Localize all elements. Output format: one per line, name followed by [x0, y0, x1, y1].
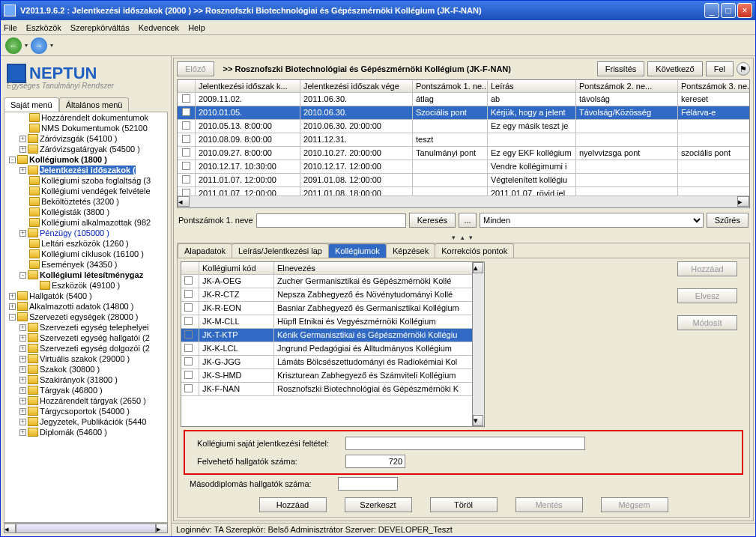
grid-h-scrollbar[interactable]: ◂▸: [178, 195, 749, 207]
chevron-down-icon[interactable]: ▾: [25, 42, 28, 49]
tree-item[interactable]: Kollégiumi alkalmazottak (982: [4, 217, 167, 228]
tree-item[interactable]: Beköltöztetés (3200 ): [4, 196, 167, 207]
chevron-down-icon[interactable]: ▾: [50, 42, 53, 49]
delete-button[interactable]: Töröl: [430, 497, 498, 512]
tree-item[interactable]: +Jegyzetek, Publikációk (5440: [4, 416, 167, 427]
grid-header[interactable]: [178, 80, 196, 93]
close-button[interactable]: ×: [737, 3, 752, 18]
tree-item[interactable]: NMS Dokumentumok (52100: [4, 123, 167, 133]
subgrid-row[interactable]: JK-G-JGGLámáts Bölcsészettudományi és Ra…: [181, 356, 472, 369]
detail-tab[interactable]: Korrekciós pontok: [435, 243, 514, 258]
grid-row[interactable]: 2010.05.13. 8:00:002010.06.30. 20:00:00E…: [178, 120, 749, 133]
tree-item[interactable]: -Kollégiumi létesítménygaz: [4, 270, 167, 280]
menu-help[interactable]: Help: [188, 23, 205, 32]
collapse-handle[interactable]: ▾ ▴ ▾: [174, 232, 753, 243]
search-button[interactable]: Keresés: [409, 213, 456, 228]
cancel-button[interactable]: Mégsem: [601, 497, 668, 512]
tree-item[interactable]: Kollégiumi ciklusok (16100 ): [4, 249, 167, 259]
detail-tab[interactable]: Kollégiumok: [328, 243, 387, 258]
field-secondary-input[interactable]: [338, 477, 398, 491]
refresh-button[interactable]: Frissítés: [597, 61, 645, 76]
subgrid-row[interactable]: JK-K-LCLJngrund Pedagógiai és Álltudmány…: [181, 342, 472, 356]
grid-row[interactable]: 2010.08.09. 8:00:002011.12.31.teszt: [178, 133, 749, 147]
tab-own-menu[interactable]: Saját menü: [4, 97, 59, 112]
detail-tab[interactable]: Leírás/Jelentkezési lap: [232, 243, 329, 258]
grid-header[interactable]: Jelentkezési időszak vége: [300, 80, 413, 93]
nav-back-icon[interactable]: ←: [5, 37, 22, 54]
detail-tab[interactable]: Alapadatok: [178, 243, 232, 258]
assign-remove-button[interactable]: Elvesz: [677, 288, 737, 303]
tree-item[interactable]: Kollégisták (3800 ): [4, 207, 167, 217]
tree-h-scrollbar[interactable]: ◂▸: [4, 523, 168, 533]
grid-row[interactable]: 2011.01.07. 12:00:002011.01.08. 18:00:00…: [178, 187, 749, 195]
subgrid-row[interactable]: JK-R-CTZNepsza Zabhegyező és Növénytudom…: [181, 288, 472, 302]
prev-button[interactable]: Előző: [177, 61, 214, 76]
add-button[interactable]: Hozzáad: [259, 497, 327, 512]
grid-row[interactable]: 2010.09.27. 8:00:002010.10.27. 20:00:00T…: [178, 147, 749, 160]
main-grid[interactable]: Jelentkezési időszak k...Jelentkezési id…: [177, 79, 750, 208]
dorm-grid[interactable]: Kollégiumi kódElnevezésJK-A-OEGZucher Ge…: [181, 261, 473, 427]
tree-item[interactable]: +Záróvizsgák (54100 ): [4, 133, 167, 144]
tree-item[interactable]: Leltári eszközök (1260 ): [4, 238, 167, 249]
subgrid-header[interactable]: Kollégiumi kód: [199, 262, 274, 275]
tree-item[interactable]: -Szervezeti egységek (28000 ): [4, 312, 167, 322]
menu-tools[interactable]: Eszközök: [26, 23, 61, 32]
grid-header[interactable]: Pontszámok 3. ne...: [678, 80, 750, 93]
tree-item[interactable]: +Tárgycsoportok (54000 ): [4, 406, 167, 416]
dorm-grid-v-scrollbar[interactable]: ▴▾: [473, 261, 485, 427]
subgrid-row[interactable]: JK-S-HMDKriszturean Zabhegyező és Számvi…: [181, 369, 472, 383]
menu-fav[interactable]: Kedvencek: [139, 23, 179, 32]
grid-header[interactable]: Jelentkezési időszak k...: [196, 80, 300, 93]
tree-item[interactable]: -Kollégiumok (1800 ): [4, 154, 167, 165]
tree-item[interactable]: Kollégiumi szoba foglaltság (3: [4, 175, 167, 186]
tree-item[interactable]: +Záróvizsgatárgyak (54500 ): [4, 144, 167, 154]
search-input[interactable]: [256, 213, 406, 228]
menu-role[interactable]: Szerepkörváltás: [70, 23, 130, 32]
subgrid-row[interactable]: JK-F-NANRosznofszki Biotechnológiai és G…: [181, 383, 472, 396]
detail-tab[interactable]: Képzések: [386, 243, 435, 258]
subgrid-header[interactable]: Elnevezés: [274, 262, 473, 275]
assign-add-button[interactable]: Hozzáad: [677, 261, 737, 276]
tree-item[interactable]: +Szakok (30800 ): [4, 364, 167, 374]
tree-item[interactable]: +Diplomák (54600 ): [4, 427, 167, 437]
grid-row[interactable]: 2011.01.07. 12:00:002091.01.08. 12:00:00…: [178, 174, 749, 187]
grid-header[interactable]: Pontszámok 1. ne...: [413, 80, 488, 93]
assign-modify-button[interactable]: Módosít: [677, 315, 737, 330]
subgrid-row[interactable]: JK-M-CLLHüpfl Etnikai és Vegyészmérnöki …: [181, 315, 472, 329]
tree-item[interactable]: +Pénzügy (105000 ): [4, 228, 167, 238]
next-button[interactable]: Következő: [647, 61, 702, 76]
subgrid-row[interactable]: JK-T-KTPKénik Germanisztikai és Gépészmé…: [181, 329, 472, 342]
subgrid-row[interactable]: JK-A-OEGZucher Germanisztikai és Gépészm…: [181, 275, 472, 288]
subgrid-header[interactable]: [181, 262, 199, 275]
maximize-button[interactable]: □: [721, 3, 736, 18]
grid-row[interactable]: 2010.12.17. 10:30:002010.12.17. 12:00:00…: [178, 160, 749, 174]
tree-item[interactable]: Események (34350 ): [4, 259, 167, 270]
tree-item[interactable]: +Szervezeti egység dolgozói (2: [4, 343, 167, 354]
save-button[interactable]: Mentés: [515, 497, 583, 512]
tree-item[interactable]: Kollégiumi vendégek felvétele: [4, 186, 167, 196]
field-capacity-input[interactable]: [345, 455, 405, 468]
grid-header[interactable]: Pontszámok 2. ne...: [576, 80, 678, 93]
filter-button[interactable]: Szűrés: [707, 213, 749, 228]
filter-select[interactable]: Minden: [480, 213, 704, 228]
tree-item[interactable]: +Alkalmazotti adatok (14800 ): [4, 301, 167, 312]
tree-item[interactable]: +Virtuális szakok (29000 ): [4, 354, 167, 364]
grid-row[interactable]: 2010.01.05.2010.06.30.Szociális pontKérj…: [178, 106, 749, 120]
subgrid-row[interactable]: JK-R-EONBasniar Zabhegyező és Germaniszt…: [181, 302, 472, 315]
grid-header[interactable]: Leírás: [488, 80, 576, 93]
search-more-button[interactable]: ...: [459, 213, 477, 228]
pin-icon[interactable]: ⚑: [737, 62, 750, 76]
up-button[interactable]: Fel: [706, 61, 734, 76]
nav-forward-icon[interactable]: →: [31, 37, 47, 54]
menu-tree[interactable]: Hozzárendelt dokumentumokNMS Dokumentumo…: [4, 112, 168, 523]
edit-button[interactable]: Szerkeszt: [345, 497, 412, 512]
tree-item[interactable]: +Szervezeti egység telephelyei: [4, 322, 167, 333]
tree-item[interactable]: +Hallgatók (5400 ): [4, 291, 167, 301]
tree-item[interactable]: +Szakirányok (31800 ): [4, 374, 167, 385]
menu-file[interactable]: File: [4, 23, 17, 32]
tree-item[interactable]: +Szervezeti egység hallgatói (2: [4, 333, 167, 343]
tree-item[interactable]: Eszközök (49100 ): [4, 280, 167, 291]
field-own-condition-input[interactable]: [345, 437, 585, 450]
tree-item[interactable]: +Hozzárendelt tárgyak (2650 ): [4, 395, 167, 406]
tree-item[interactable]: Hozzárendelt dokumentumok: [4, 112, 167, 123]
